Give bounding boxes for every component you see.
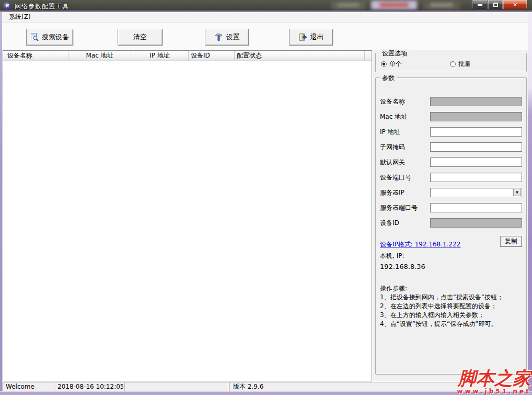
status-version: 版本 2.9.6	[229, 382, 527, 391]
subnet-mask-field[interactable]	[430, 142, 522, 152]
settings-panel: 设置选项 单个 批量 参数	[375, 50, 527, 381]
close-button[interactable]: ✕	[503, 0, 527, 10]
device-table-header: 设备名称 Mac 地址 IP 地址 设备ID 配置状态	[3, 51, 372, 61]
exit-label: 退出	[310, 32, 324, 42]
param-row: 子网掩码	[380, 142, 522, 152]
device-table: 设备名称 Mac 地址 IP 地址 设备ID 配置状态	[3, 50, 372, 381]
exit-door-icon	[298, 33, 307, 41]
toolbar: 搜索设备 清空 设置 退出	[2, 22, 528, 50]
server-ip-label: 服务器IP	[380, 188, 430, 197]
gateway-label: 默认网关	[380, 158, 430, 167]
step-4: 4、点“设置”按钮，提示“保存成功”即可。	[380, 320, 522, 329]
column-header-ip-address[interactable]: IP 地址	[131, 51, 189, 61]
ip-address-field[interactable]	[430, 127, 522, 137]
radio-batch-icon	[450, 61, 456, 67]
params-body: 设备名称 Mac 地址 IP 地址 子网掩码	[376, 78, 526, 374]
local-ip-value: 192.168.8.36	[380, 263, 522, 270]
minimize-button[interactable]	[472, 0, 488, 10]
subnet-mask-label: 子网掩码	[380, 143, 430, 152]
ip-format-link[interactable]: 设备IP格式: 192.168.1.222	[380, 240, 460, 249]
column-header-filler	[365, 51, 372, 61]
settings-options-title: 设置选项	[380, 49, 409, 58]
param-row: IP 地址	[380, 127, 522, 137]
param-row: 默认网关	[380, 157, 522, 167]
clear-button[interactable]: 清空	[118, 29, 163, 46]
steps-title: 操作步骤:	[380, 284, 522, 293]
step-3: 3、在上方的输入框内输入相关参数；	[380, 311, 522, 320]
menu-bar: 系统(Z)	[2, 12, 528, 22]
column-header-config-status[interactable]: 配置状态	[235, 51, 365, 61]
param-row: 服务器端口号	[380, 203, 522, 212]
column-header-mac-address[interactable]: Mac 地址	[68, 51, 131, 61]
server-ip-combobox[interactable]: ▼	[430, 188, 522, 197]
title-bar[interactable]: R 网络参数配置工具 ✕	[0, 0, 532, 12]
radio-batch[interactable]: 批量	[450, 60, 471, 69]
hammer-icon	[214, 33, 223, 41]
step-1: 1、把设备接到网内，点击“搜索设备”按钮；	[380, 293, 522, 302]
device-id-label: 设备ID	[380, 219, 430, 228]
params-group: 参数 设备名称 Mac 地址 IP 地址	[375, 77, 527, 375]
window-border-right	[528, 12, 532, 391]
clear-label: 清空	[133, 32, 147, 42]
ip-address-label: IP 地址	[380, 128, 430, 137]
status-spacer	[124, 382, 229, 391]
search-devices-label: 搜索设备	[42, 32, 69, 42]
status-datetime: 2018-08-16 10:12:05	[54, 382, 124, 391]
device-name-label: 设备名称	[380, 97, 430, 106]
minimize-icon	[478, 4, 482, 6]
device-table-body[interactable]	[3, 61, 372, 381]
server-port-label: 服务器端口号	[380, 204, 430, 212]
settings-options-group: 设置选项 单个 批量	[375, 53, 527, 72]
device-id-field	[430, 218, 522, 228]
param-row: Mac 地址	[380, 112, 522, 121]
param-row: 设备ID	[380, 218, 522, 228]
maximize-button[interactable]	[488, 0, 503, 10]
set-button[interactable]: 设置	[205, 29, 249, 46]
param-row: 设备端口号	[380, 173, 522, 182]
copy-row: 设备IP格式: 192.168.1.222 复制	[380, 234, 522, 247]
client-area: 系统(Z) 搜索设备 清空	[2, 12, 528, 391]
background-tab-blur	[423, 1, 460, 9]
device-name-field	[430, 97, 522, 106]
server-port-field[interactable]	[430, 203, 522, 212]
status-welcome: Welcome	[2, 382, 53, 391]
gateway-field[interactable]	[430, 157, 522, 167]
background-tab-blur	[371, 1, 417, 9]
radio-single[interactable]: 单个	[381, 60, 402, 69]
maximize-icon	[493, 3, 498, 7]
app-window: R 网络参数配置工具 ✕ 系统(Z)	[0, 0, 532, 395]
menu-system[interactable]: 系统(Z)	[6, 12, 34, 22]
set-label: 设置	[226, 32, 240, 42]
radio-single-label: 单个	[389, 60, 402, 69]
copy-button[interactable]: 复制	[500, 236, 522, 247]
close-icon: ✕	[513, 2, 517, 8]
mac-address-field	[430, 112, 522, 121]
operation-steps: 操作步骤: 1、把设备接到网内，点击“搜索设备”按钮； 2、在左边的列表中选择将…	[380, 284, 522, 329]
param-row: 服务器IP ▼	[380, 188, 522, 197]
exit-button[interactable]: 退出	[289, 29, 333, 46]
mac-address-label: Mac 地址	[380, 112, 430, 121]
param-row: 设备名称	[380, 97, 522, 106]
main-area: 设备名称 Mac 地址 IP 地址 设备ID 配置状态 设置选项 单个	[2, 50, 528, 381]
window-controls: ✕	[472, 0, 527, 10]
window-border-bottom	[0, 391, 532, 395]
app-logo-icon: R	[3, 2, 11, 10]
search-document-icon	[30, 33, 39, 41]
column-header-device-name[interactable]: 设备名称	[3, 51, 68, 61]
window-title: 网络参数配置工具	[15, 2, 69, 11]
params-title: 参数	[380, 74, 397, 83]
background-tab-blur	[331, 1, 366, 9]
radio-single-icon	[381, 61, 387, 67]
chevron-down-icon[interactable]: ▼	[513, 189, 521, 196]
device-port-label: 设备端口号	[380, 173, 430, 182]
search-devices-button[interactable]: 搜索设备	[26, 29, 73, 46]
status-bar: Welcome 2018-08-16 10:12:05 版本 2.9.6	[2, 381, 528, 391]
column-header-device-id[interactable]: 设备ID	[189, 51, 235, 61]
local-ip-label: 本机, IP:	[380, 252, 522, 261]
device-port-field[interactable]	[430, 173, 522, 182]
radio-batch-label: 批量	[458, 60, 471, 69]
step-2: 2、在左边的列表中选择将要配置的设备；	[380, 302, 522, 311]
